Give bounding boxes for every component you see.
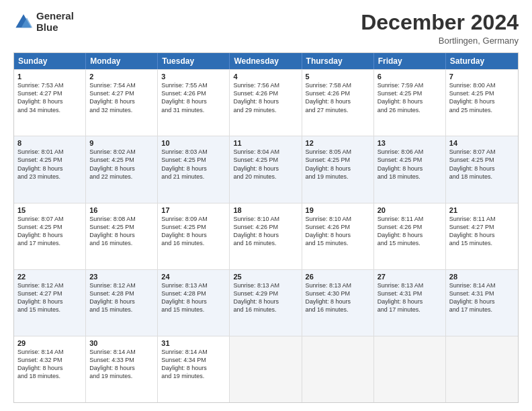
weekday-header-wednesday: Wednesday	[230, 53, 302, 69]
table-row: 8Sunrise: 8:01 AMSunset: 4:25 PMDaylight…	[14, 136, 86, 202]
calendar-row-3: 15Sunrise: 8:07 AMSunset: 4:25 PMDayligh…	[14, 203, 518, 269]
day-number: 31	[161, 339, 226, 347]
cell-text: Sunrise: 8:13 AMSunset: 4:31 PMDaylight:…	[378, 281, 442, 314]
day-number: 26	[306, 273, 370, 281]
cell-text: Sunrise: 8:07 AMSunset: 4:25 PMDaylight:…	[17, 215, 82, 248]
calendar: SundayMondayTuesdayWednesdayThursdayFrid…	[13, 52, 519, 403]
table-row: 16Sunrise: 8:08 AMSunset: 4:25 PMDayligh…	[86, 203, 158, 269]
day-number: 13	[378, 139, 442, 147]
cell-text: Sunrise: 8:00 AMSunset: 4:25 PMDaylight:…	[449, 81, 515, 114]
table-row: 2Sunrise: 7:54 AMSunset: 4:27 PMDaylight…	[86, 70, 158, 136]
table-row: 3Sunrise: 7:55 AMSunset: 4:26 PMDaylight…	[158, 70, 230, 136]
day-number: 24	[161, 273, 226, 281]
cell-text: Sunrise: 8:02 AMSunset: 4:25 PMDaylight:…	[89, 148, 154, 181]
table-row: 25Sunrise: 8:13 AMSunset: 4:29 PMDayligh…	[230, 270, 302, 336]
table-row: 4Sunrise: 7:56 AMSunset: 4:26 PMDaylight…	[230, 70, 302, 136]
table-row: 18Sunrise: 8:10 AMSunset: 4:26 PMDayligh…	[230, 203, 302, 269]
calendar-row-2: 8Sunrise: 8:01 AMSunset: 4:25 PMDaylight…	[14, 136, 518, 202]
day-number: 12	[306, 139, 370, 147]
table-row: 29Sunrise: 8:14 AMSunset: 4:32 PMDayligh…	[14, 336, 86, 402]
day-number: 29	[17, 339, 82, 347]
table-row: 26Sunrise: 8:13 AMSunset: 4:30 PMDayligh…	[302, 270, 374, 336]
calendar-row-4: 22Sunrise: 8:12 AMSunset: 4:27 PMDayligh…	[14, 269, 518, 336]
cell-text: Sunrise: 7:56 AMSunset: 4:26 PMDaylight:…	[233, 81, 298, 114]
table-row	[446, 336, 518, 402]
day-number: 8	[17, 139, 82, 147]
cell-text: Sunrise: 8:12 AMSunset: 4:27 PMDaylight:…	[17, 281, 82, 314]
cell-text: Sunrise: 8:13 AMSunset: 4:28 PMDaylight:…	[161, 281, 226, 314]
table-row: 13Sunrise: 8:06 AMSunset: 4:25 PMDayligh…	[374, 136, 446, 202]
location: Bortlingen, Germany	[361, 36, 519, 46]
day-number: 7	[449, 73, 515, 81]
day-number: 19	[306, 206, 370, 214]
weekday-header-saturday: Saturday	[446, 53, 518, 69]
day-number: 18	[233, 206, 298, 214]
day-number: 23	[89, 273, 154, 281]
day-number: 17	[161, 206, 226, 214]
day-number: 22	[17, 273, 82, 281]
logo-line1: General	[36, 11, 74, 22]
table-row	[230, 336, 302, 402]
cell-text: Sunrise: 7:58 AMSunset: 4:26 PMDaylight:…	[306, 81, 370, 114]
cell-text: Sunrise: 8:13 AMSunset: 4:29 PMDaylight:…	[233, 281, 298, 314]
day-number: 2	[89, 73, 154, 81]
table-row	[374, 336, 446, 402]
cell-text: Sunrise: 8:04 AMSunset: 4:25 PMDaylight:…	[233, 148, 298, 181]
table-row: 9Sunrise: 8:02 AMSunset: 4:25 PMDaylight…	[86, 136, 158, 202]
table-row: 5Sunrise: 7:58 AMSunset: 4:26 PMDaylight…	[302, 70, 374, 136]
cell-text: Sunrise: 8:08 AMSunset: 4:25 PMDaylight:…	[89, 215, 154, 248]
table-row: 6Sunrise: 7:59 AMSunset: 4:25 PMDaylight…	[374, 70, 446, 136]
table-row: 20Sunrise: 8:11 AMSunset: 4:26 PMDayligh…	[374, 203, 446, 269]
table-row: 1Sunrise: 7:53 AMSunset: 4:27 PMDaylight…	[14, 70, 86, 136]
table-row: 28Sunrise: 8:14 AMSunset: 4:31 PMDayligh…	[446, 270, 518, 336]
table-row: 19Sunrise: 8:10 AMSunset: 4:26 PMDayligh…	[302, 203, 374, 269]
day-number: 5	[306, 73, 370, 81]
table-row: 11Sunrise: 8:04 AMSunset: 4:25 PMDayligh…	[230, 136, 302, 202]
cell-text: Sunrise: 8:14 AMSunset: 4:32 PMDaylight:…	[17, 348, 82, 381]
table-row: 12Sunrise: 8:05 AMSunset: 4:25 PMDayligh…	[302, 136, 374, 202]
cell-text: Sunrise: 8:14 AMSunset: 4:31 PMDaylight:…	[449, 281, 515, 314]
table-row: 15Sunrise: 8:07 AMSunset: 4:25 PMDayligh…	[14, 203, 86, 269]
table-row: 23Sunrise: 8:12 AMSunset: 4:28 PMDayligh…	[86, 270, 158, 336]
logo-icon	[13, 12, 34, 32]
cell-text: Sunrise: 8:01 AMSunset: 4:25 PMDaylight:…	[17, 148, 82, 181]
logo-line2: Blue	[36, 22, 74, 34]
cell-text: Sunrise: 8:13 AMSunset: 4:30 PMDaylight:…	[306, 281, 370, 314]
cell-text: Sunrise: 8:11 AMSunset: 4:26 PMDaylight:…	[378, 215, 442, 248]
day-number: 3	[161, 73, 226, 81]
day-number: 4	[233, 73, 298, 81]
cell-text: Sunrise: 8:10 AMSunset: 4:26 PMDaylight:…	[306, 215, 370, 248]
cell-text: Sunrise: 8:06 AMSunset: 4:25 PMDaylight:…	[378, 148, 442, 181]
cell-text: Sunrise: 8:03 AMSunset: 4:25 PMDaylight:…	[161, 148, 226, 181]
table-row: 22Sunrise: 8:12 AMSunset: 4:27 PMDayligh…	[14, 270, 86, 336]
day-number: 16	[89, 206, 154, 214]
table-row	[302, 336, 374, 402]
weekday-header-friday: Friday	[374, 53, 446, 69]
day-number: 27	[378, 273, 442, 281]
day-number: 10	[161, 139, 226, 147]
table-row: 31Sunrise: 8:14 AMSunset: 4:34 PMDayligh…	[158, 336, 230, 402]
table-row: 21Sunrise: 8:11 AMSunset: 4:27 PMDayligh…	[446, 203, 518, 269]
day-number: 15	[17, 206, 82, 214]
month-title: December 2024	[361, 11, 519, 34]
calendar-page: General Blue December 2024 Bortlingen, G…	[0, 0, 532, 411]
table-row: 30Sunrise: 8:14 AMSunset: 4:33 PMDayligh…	[86, 336, 158, 402]
table-row: 10Sunrise: 8:03 AMSunset: 4:25 PMDayligh…	[158, 136, 230, 202]
day-number: 9	[89, 139, 154, 147]
day-number: 6	[378, 73, 442, 81]
logo-text: General Blue	[36, 11, 74, 33]
cell-text: Sunrise: 8:07 AMSunset: 4:25 PMDaylight:…	[449, 148, 515, 181]
cell-text: Sunrise: 8:14 AMSunset: 4:34 PMDaylight:…	[161, 348, 226, 381]
day-number: 30	[89, 339, 154, 347]
day-number: 1	[17, 73, 82, 81]
day-number: 14	[449, 139, 515, 147]
weekday-header-thursday: Thursday	[302, 53, 374, 69]
cell-text: Sunrise: 8:14 AMSunset: 4:33 PMDaylight:…	[89, 348, 154, 381]
weekday-header-sunday: Sunday	[14, 53, 86, 69]
cell-text: Sunrise: 8:09 AMSunset: 4:25 PMDaylight:…	[161, 215, 226, 248]
table-row: 27Sunrise: 8:13 AMSunset: 4:31 PMDayligh…	[374, 270, 446, 336]
cell-text: Sunrise: 8:05 AMSunset: 4:25 PMDaylight:…	[306, 148, 370, 181]
logo: General Blue	[13, 11, 74, 33]
cell-text: Sunrise: 7:53 AMSunset: 4:27 PMDaylight:…	[17, 81, 82, 114]
cell-text: Sunrise: 7:54 AMSunset: 4:27 PMDaylight:…	[89, 81, 154, 114]
